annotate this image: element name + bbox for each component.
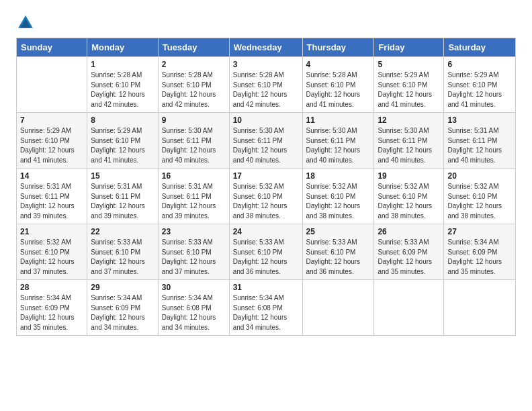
- day-info: Sunrise: 5:32 AM Sunset: 6:10 PM Dayligh…: [233, 182, 299, 221]
- day-number: 11: [306, 116, 371, 125]
- sunrise-text: Sunrise: 5:28 AM: [306, 71, 357, 79]
- sunrise-text: Sunrise: 5:33 AM: [162, 238, 213, 246]
- sunrise-text: Sunrise: 5:33 AM: [378, 238, 429, 246]
- day-info: Sunrise: 5:30 AM Sunset: 6:11 PM Dayligh…: [233, 126, 299, 165]
- day-info: Sunrise: 5:34 AM Sunset: 6:09 PM Dayligh…: [20, 293, 83, 332]
- calendar-cell: 10 Sunrise: 5:30 AM Sunset: 6:11 PM Dayl…: [229, 113, 302, 169]
- day-number: 17: [233, 171, 299, 181]
- sunset-text: Sunset: 6:09 PM: [378, 248, 427, 256]
- calendar-cell: 18 Sunrise: 5:32 AM Sunset: 6:10 PM Dayl…: [302, 169, 374, 224]
- calendar-cell: 3 Sunrise: 5:28 AM Sunset: 6:10 PM Dayli…: [229, 57, 302, 113]
- day-number: 5: [378, 60, 440, 69]
- day-info: Sunrise: 5:31 AM Sunset: 6:11 PM Dayligh…: [20, 182, 83, 221]
- daylight-text: Daylight: 12 hours and 40 minutes.: [378, 146, 432, 164]
- day-number: 3: [233, 60, 299, 69]
- calendar-cell: 4 Sunrise: 5:28 AM Sunset: 6:10 PM Dayli…: [302, 57, 374, 113]
- calendar-cell: 15 Sunrise: 5:31 AM Sunset: 6:11 PM Dayl…: [87, 169, 159, 224]
- calendar-cell: 17 Sunrise: 5:32 AM Sunset: 6:10 PM Dayl…: [229, 169, 302, 224]
- day-info: Sunrise: 5:31 AM Sunset: 6:11 PM Dayligh…: [91, 182, 154, 221]
- sunset-text: Sunset: 6:10 PM: [233, 81, 283, 89]
- sunset-text: Sunset: 6:10 PM: [306, 81, 356, 89]
- day-number: 24: [233, 227, 299, 236]
- sunrise-text: Sunrise: 5:29 AM: [378, 71, 429, 79]
- calendar-cell: 22 Sunrise: 5:33 AM Sunset: 6:10 PM Dayl…: [87, 224, 159, 280]
- daylight-text: Daylight: 12 hours and 39 minutes.: [20, 202, 75, 220]
- daylight-text: Daylight: 12 hours and 37 minutes.: [91, 258, 145, 275]
- day-info: Sunrise: 5:33 AM Sunset: 6:10 PM Dayligh…: [306, 238, 371, 277]
- calendar-cell: [444, 280, 516, 336]
- sunrise-text: Sunrise: 5:33 AM: [91, 238, 142, 246]
- calendar-cell: 12 Sunrise: 5:30 AM Sunset: 6:11 PM Dayl…: [374, 113, 444, 169]
- weekday-header-row: SundayMondayTuesdayWednesdayThursdayFrid…: [17, 38, 516, 57]
- calendar-cell: 24 Sunrise: 5:33 AM Sunset: 6:10 PM Dayl…: [229, 224, 302, 280]
- calendar-cell: 27 Sunrise: 5:34 AM Sunset: 6:09 PM Dayl…: [444, 224, 516, 280]
- calendar-week-row: 7 Sunrise: 5:29 AM Sunset: 6:10 PM Dayli…: [17, 113, 516, 169]
- sunrise-text: Sunrise: 5:31 AM: [91, 183, 142, 190]
- day-info: Sunrise: 5:32 AM Sunset: 6:10 PM Dayligh…: [20, 238, 83, 277]
- day-info: Sunrise: 5:28 AM Sunset: 6:10 PM Dayligh…: [233, 71, 299, 109]
- calendar-table: SundayMondayTuesdayWednesdayThursdayFrid…: [16, 38, 516, 336]
- day-number: 25: [306, 227, 371, 236]
- calendar-cell: 2 Sunrise: 5:28 AM Sunset: 6:10 PM Dayli…: [158, 57, 229, 113]
- day-info: Sunrise: 5:34 AM Sunset: 6:09 PM Dayligh…: [91, 293, 154, 332]
- sunset-text: Sunset: 6:10 PM: [162, 81, 212, 89]
- sunrise-text: Sunrise: 5:31 AM: [162, 183, 213, 190]
- day-info: Sunrise: 5:33 AM Sunset: 6:09 PM Dayligh…: [378, 238, 440, 277]
- day-info: Sunrise: 5:28 AM Sunset: 6:10 PM Dayligh…: [162, 71, 226, 109]
- sunset-text: Sunset: 6:11 PM: [306, 137, 356, 144]
- sunset-text: Sunset: 6:08 PM: [162, 304, 212, 312]
- weekday-header-saturday: Saturday: [444, 38, 516, 57]
- daylight-text: Daylight: 12 hours and 35 minutes.: [378, 258, 432, 275]
- sunset-text: Sunset: 6:10 PM: [233, 193, 283, 200]
- calendar-cell: 7 Sunrise: 5:29 AM Sunset: 6:10 PM Dayli…: [17, 113, 87, 169]
- day-info: Sunrise: 5:29 AM Sunset: 6:10 PM Dayligh…: [20, 126, 83, 165]
- daylight-text: Daylight: 12 hours and 38 minutes.: [233, 202, 287, 220]
- calendar-cell: 19 Sunrise: 5:32 AM Sunset: 6:10 PM Dayl…: [374, 169, 444, 224]
- day-info: Sunrise: 5:29 AM Sunset: 6:10 PM Dayligh…: [447, 71, 512, 109]
- sunset-text: Sunset: 6:10 PM: [20, 137, 70, 144]
- day-number: 9: [162, 116, 226, 125]
- weekday-header-wednesday: Wednesday: [229, 38, 302, 57]
- day-info: Sunrise: 5:30 AM Sunset: 6:11 PM Dayligh…: [378, 126, 440, 165]
- day-number: 27: [447, 227, 512, 236]
- sunrise-text: Sunrise: 5:34 AM: [447, 238, 498, 246]
- day-info: Sunrise: 5:34 AM Sunset: 6:09 PM Dayligh…: [447, 238, 512, 277]
- logo-area: [16, 13, 38, 32]
- calendar-cell: 16 Sunrise: 5:31 AM Sunset: 6:11 PM Dayl…: [158, 169, 229, 224]
- day-info: Sunrise: 5:32 AM Sunset: 6:10 PM Dayligh…: [378, 182, 440, 221]
- calendar-cell: 1 Sunrise: 5:28 AM Sunset: 6:10 PM Dayli…: [87, 57, 159, 113]
- day-info: Sunrise: 5:28 AM Sunset: 6:10 PM Dayligh…: [91, 71, 154, 109]
- calendar-week-row: 1 Sunrise: 5:28 AM Sunset: 6:10 PM Dayli…: [17, 57, 516, 113]
- sunset-text: Sunset: 6:10 PM: [20, 248, 70, 256]
- sunrise-text: Sunrise: 5:30 AM: [162, 127, 213, 134]
- day-number: 28: [20, 283, 83, 292]
- sunset-text: Sunset: 6:10 PM: [306, 248, 356, 256]
- sunset-text: Sunset: 6:10 PM: [91, 81, 140, 89]
- day-number: 13: [447, 116, 512, 125]
- weekday-header-friday: Friday: [374, 38, 444, 57]
- header: [16, 13, 516, 32]
- day-info: Sunrise: 5:34 AM Sunset: 6:08 PM Dayligh…: [162, 293, 226, 332]
- day-number: 8: [91, 116, 154, 125]
- sunset-text: Sunset: 6:10 PM: [447, 81, 497, 89]
- weekday-header-monday: Monday: [87, 38, 159, 57]
- day-number: 21: [20, 227, 83, 236]
- weekday-header-sunday: Sunday: [17, 38, 87, 57]
- day-number: 14: [20, 171, 83, 181]
- sunset-text: Sunset: 6:11 PM: [20, 193, 70, 200]
- day-number: 20: [447, 171, 512, 181]
- day-info: Sunrise: 5:30 AM Sunset: 6:11 PM Dayligh…: [162, 126, 226, 165]
- day-info: Sunrise: 5:32 AM Sunset: 6:10 PM Dayligh…: [447, 182, 512, 221]
- weekday-header-thursday: Thursday: [302, 38, 374, 57]
- calendar-cell: 28 Sunrise: 5:34 AM Sunset: 6:09 PM Dayl…: [17, 280, 87, 336]
- day-info: Sunrise: 5:32 AM Sunset: 6:10 PM Dayligh…: [306, 182, 371, 221]
- day-number: 6: [447, 60, 512, 69]
- sunset-text: Sunset: 6:10 PM: [378, 81, 427, 89]
- sunrise-text: Sunrise: 5:29 AM: [20, 127, 71, 134]
- daylight-text: Daylight: 12 hours and 40 minutes.: [447, 146, 502, 164]
- sunset-text: Sunset: 6:10 PM: [447, 193, 497, 200]
- day-info: Sunrise: 5:28 AM Sunset: 6:10 PM Dayligh…: [306, 71, 371, 109]
- sunset-text: Sunset: 6:10 PM: [162, 248, 212, 256]
- sunset-text: Sunset: 6:10 PM: [306, 193, 356, 200]
- day-info: Sunrise: 5:33 AM Sunset: 6:10 PM Dayligh…: [91, 238, 154, 277]
